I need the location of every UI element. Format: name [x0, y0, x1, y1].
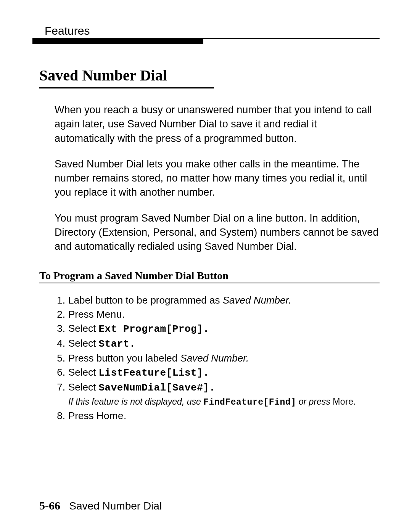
step-3: 3. Select Ext Program[Prog]. — [55, 321, 380, 336]
subheading: To Program a Saved Number Dial Button — [39, 270, 380, 282]
step-code-label: Ext Program[Prog]. — [99, 323, 209, 335]
paragraph-2: Saved Number Dial lets you make other ca… — [55, 157, 380, 200]
step-text: Select Ext Program[Prog]. — [68, 321, 380, 336]
step-7-note: If this feature is not displayed, use Fi… — [55, 395, 380, 409]
note-text-part: or press — [296, 397, 333, 407]
step-code-label: SaveNumDial[Save#]. — [99, 382, 216, 394]
step-button-label: Saved Number. — [223, 294, 291, 306]
footer-page-number: 5-66 — [39, 499, 60, 512]
section-title: Saved Number Dial — [39, 66, 380, 87]
step-text-part: Press — [68, 410, 97, 421]
header-rule-thick — [32, 39, 203, 44]
step-number: 2. — [55, 307, 68, 321]
step-2: 2. Press Menu. — [55, 307, 380, 321]
note-key-label: More. — [333, 397, 356, 407]
note-code-label: FindFeature[Find] — [203, 397, 296, 407]
step-number: 4. — [55, 336, 68, 350]
page-header: Features — [32, 24, 380, 44]
step-text: Select SaveNumDial[Save#]. — [68, 380, 380, 395]
step-key-label: Menu. — [97, 309, 125, 320]
step-text-part: Select — [68, 366, 99, 378]
step-text-part: Select — [68, 323, 99, 334]
step-text: Press button you labeled Saved Number. — [68, 351, 380, 365]
step-number: 7. — [55, 380, 68, 394]
step-text: Press Home. — [68, 409, 380, 423]
page-footer: 5-66 Saved Number Dial — [39, 499, 162, 512]
step-number: 8. — [55, 409, 68, 423]
step-key-label: Home. — [97, 410, 127, 421]
step-4: 4. Select Start. — [55, 336, 380, 351]
step-text: Label button to be programmed as Saved N… — [68, 293, 380, 307]
step-number: 5. — [55, 351, 68, 365]
step-button-label: Saved Number. — [180, 352, 249, 364]
step-text-part: Select — [68, 338, 99, 349]
step-text-part: Select — [68, 381, 99, 393]
steps-list: 1. Label button to be programmed as Save… — [55, 293, 380, 423]
step-code-label: ListFeature[List]. — [99, 367, 209, 379]
footer-label: Saved Number Dial — [69, 500, 162, 512]
step-text-part: Press button you labeled — [68, 352, 180, 364]
step-number: 1. — [55, 293, 68, 307]
step-code-label: Start. — [99, 338, 136, 350]
title-underline — [39, 87, 214, 88]
paragraph-1: When you reach a busy or unanswered numb… — [55, 103, 380, 146]
note-text-part: If this feature is not displayed, use — [68, 397, 203, 407]
step-1: 1. Label button to be programmed as Save… — [55, 293, 380, 307]
header-label: Features — [32, 24, 380, 38]
step-text-part: Label button to be programmed as — [68, 294, 223, 306]
step-number: 3. — [55, 321, 68, 336]
step-text: Select Start. — [68, 336, 380, 351]
paragraph-3: You must program Saved Number Dial on a … — [55, 211, 380, 254]
step-5: 5. Press button you labeled Saved Number… — [55, 351, 380, 365]
step-text-part: Press — [68, 309, 97, 320]
step-7: 7. Select SaveNumDial[Save#]. — [55, 380, 380, 395]
step-8: 8. Press Home. — [55, 409, 380, 423]
step-number: 6. — [55, 365, 68, 379]
subheading-rule — [39, 283, 380, 283]
step-text: Press Menu. — [68, 307, 380, 321]
step-6: 6. Select ListFeature[List]. — [55, 365, 380, 380]
step-text: Select ListFeature[List]. — [68, 365, 380, 380]
